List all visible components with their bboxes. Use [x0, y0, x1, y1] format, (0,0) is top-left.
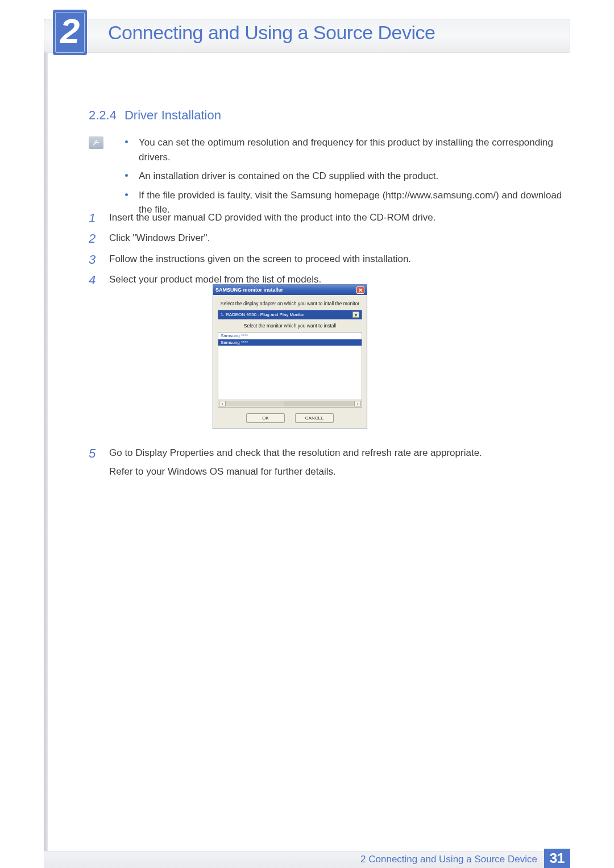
- chapter-badge: 2: [53, 10, 87, 55]
- installer-body: Select the display adapter on which you …: [213, 295, 367, 429]
- step-text: Go to Display Properties and check that …: [109, 447, 482, 458]
- installer-hscrollbar[interactable]: ‹ ›: [218, 400, 362, 408]
- note-item: You can set the optimum resolution and f…: [125, 135, 563, 164]
- step-3: 3 Follow the instructions given on the s…: [89, 252, 563, 267]
- note-list: You can set the optimum resolution and f…: [125, 135, 563, 222]
- installer-monitor-label: Select the monitor which you want to ins…: [218, 323, 362, 329]
- steps-list: 1 Insert the user manual CD provided wit…: [89, 210, 563, 293]
- step-text: Select your product model from the list …: [109, 274, 321, 285]
- installer-dialog: SAMSUNG monitor installer ✕ Select the d…: [213, 284, 367, 429]
- step-text: Insert the user manual CD provided with …: [109, 212, 435, 223]
- step-2: 2 Click "Windows Driver".: [89, 231, 563, 246]
- note-item: An installation driver is contained on t…: [125, 169, 563, 184]
- step-text: Follow the instructions given on the scr…: [109, 254, 411, 264]
- footer-page-number: 31: [544, 849, 570, 868]
- scroll-left-icon[interactable]: ‹: [219, 401, 226, 406]
- list-item[interactable]: Samsung ****: [218, 333, 362, 339]
- installer-title: SAMSUNG monitor installer: [215, 287, 283, 293]
- page-footer: 2 Connecting and Using a Source Device 3…: [44, 849, 570, 868]
- installer-adapter-label: Select the display adapter on which you …: [218, 301, 362, 306]
- footer-chapter-label: 2 Connecting and Using a Source Device: [360, 854, 537, 865]
- list-item[interactable]: Samsung ****: [218, 339, 362, 346]
- ok-button[interactable]: OK: [246, 413, 285, 423]
- close-icon[interactable]: ✕: [356, 286, 364, 294]
- section-title: Driver Installation: [125, 108, 221, 122]
- left-accent-bar: [44, 19, 48, 868]
- cancel-button[interactable]: CANCEL: [295, 413, 334, 423]
- step-extra-text: Refer to your Windows OS manual for furt…: [109, 464, 563, 479]
- scroll-track[interactable]: [226, 401, 354, 406]
- scroll-right-icon[interactable]: ›: [354, 401, 361, 406]
- step-5: 5 Go to Display Properties and check tha…: [89, 445, 563, 479]
- step-number: 1: [89, 209, 96, 228]
- step-text: Click "Windows Driver".: [109, 232, 210, 243]
- step-number: 4: [89, 271, 96, 290]
- installer-titlebar: SAMSUNG monitor installer ✕: [213, 285, 367, 295]
- step-number: 3: [89, 250, 96, 269]
- section-heading: 2.2.4Driver Installation: [89, 108, 221, 123]
- step-1: 1 Insert the user manual CD provided wit…: [89, 210, 563, 225]
- step-number: 2: [89, 229, 96, 248]
- step-number: 5: [89, 443, 96, 463]
- chevron-down-icon[interactable]: ▾: [352, 312, 359, 318]
- note-icon: [89, 136, 103, 149]
- chapter-number: 2: [60, 14, 80, 49]
- chapter-title: Connecting and Using a Source Device: [108, 22, 435, 44]
- installer-adapter-value: 1. RADEON 9550 : Plug and Play Monitor: [221, 312, 305, 317]
- installer-adapter-select[interactable]: 1. RADEON 9550 : Plug and Play Monitor ▾: [218, 310, 362, 319]
- installer-monitor-listbox[interactable]: Samsung **** Samsung ****: [218, 332, 362, 400]
- section-number: 2.2.4: [89, 108, 117, 122]
